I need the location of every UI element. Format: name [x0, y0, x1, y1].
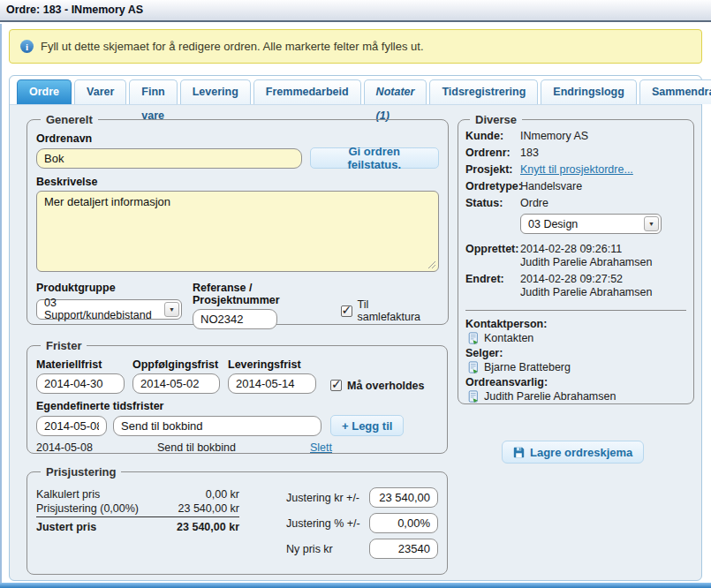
justert-pris-value: 23 540,00 kr [177, 520, 239, 534]
floppy-disk-icon [513, 447, 525, 458]
generelt-section: Generelt Ordrenavn Gi ordren feilstatus.… [26, 113, 449, 325]
referanse-group: Referanse / Prosjektnummer [193, 279, 341, 329]
ordrenr-row: Ordrenr: 183 [465, 147, 686, 160]
pris-table: Kalkulert pris 0,00 kr Prisjustering (0,… [36, 487, 239, 564]
ordreansvarlig-line: Judith Parelie Abrahamsen [467, 390, 686, 403]
materiellfrist-group: Materiellfrist [36, 356, 125, 394]
opprettet-tid: 2014-02-28 09:26:11 [520, 243, 622, 255]
kontaktperson-value[interactable]: Kontakten [484, 332, 533, 344]
prisjustering-section: Prisjustering Kalkulert pris 0,00 kr Pri… [26, 465, 448, 575]
justering-kr-label: Justering kr +/- [286, 492, 369, 504]
endret-label: Endret: [465, 273, 520, 299]
produktgruppe-select[interactable]: 03 Support/kundebistand ▼ [36, 299, 182, 320]
leveringsfrist-label: Leveringsfrist [228, 358, 316, 371]
frister-legend: Frister [41, 339, 87, 352]
chevron-down-icon: ▼ [164, 302, 179, 317]
tab-finn-vare[interactable]: Finn vare [129, 79, 177, 104]
feilstatus-button[interactable]: Gi ordren feilstatus. [310, 147, 439, 169]
frist-row-dato: 2014-05-08 [36, 441, 157, 454]
tab-sammendrag[interactable]: Sammendrag [639, 79, 711, 104]
diverse-legend: Diverse [470, 113, 522, 126]
contact-card-icon [467, 390, 480, 403]
tab-varer[interactable]: Varer [74, 79, 126, 104]
window-title: Ordre: 183 - INmemory AS [0, 0, 711, 22]
frist-row-tekst: Send til bokbind [157, 441, 310, 454]
oppfolgingsfrist-input[interactable] [132, 373, 220, 394]
ny-pris-label: Ny pris kr [286, 543, 369, 555]
kalkulert-pris-value: 0,00 kr [206, 487, 239, 501]
ma-overholdes-label: Må overholdes [347, 380, 425, 392]
kontaktperson-label: Kontaktperson: [465, 318, 686, 330]
tab-fremmedarbeid[interactable]: Fremmedarbeid [253, 79, 361, 104]
prisjustering-legend: Prisjustering [41, 465, 121, 479]
kunde-row: Kunde: INmemory AS [465, 130, 686, 143]
ordretype-row: Ordretype: Handelsvare [465, 180, 686, 193]
materiellfrist-input[interactable] [36, 373, 125, 394]
prosjekt-label: Prosjekt: [465, 163, 520, 177]
ny-frist-tekst-input[interactable] [113, 416, 321, 436]
pris-row-justert: Justert pris 23 540,00 kr [36, 517, 239, 534]
opprettet-row: Opprettet: 2014-02-28 09:26:11 Judith Pa… [465, 243, 686, 269]
info-banner-text: Fyll ut dette skjemaet for å redigere or… [41, 40, 424, 53]
chevron-down-icon: ▼ [644, 216, 659, 231]
ma-overholdes-group: Må overholdes [330, 377, 425, 394]
tab-notater[interactable]: Notater (1) [364, 79, 427, 104]
diverse-section: Diverse Kunde: INmemory AS Ordrenr: 183 … [458, 113, 694, 404]
status-select[interactable]: 03 Design ▼ [520, 214, 662, 234]
slett-link[interactable]: Slett [310, 441, 332, 454]
order-tab-panel: Ordre Varer Finn vare Levering Fremmedar… [9, 75, 702, 581]
pris-row-prisjustering: Prisjustering (0,00%) 23 540,00 kr [36, 501, 239, 517]
tab-endringslogg[interactable]: Endringslogg [541, 79, 637, 104]
tab-levering[interactable]: Levering [180, 79, 251, 104]
window-bottom-border [0, 583, 711, 588]
contact-card-icon [467, 361, 480, 373]
justering-pct-label: Justering % +/- [286, 517, 369, 530]
kontaktperson-line: Kontakten [467, 332, 686, 344]
justert-pris-label: Justert pris [36, 520, 177, 534]
referanse-label: Referanse / Prosjektnummer [193, 282, 341, 306]
beskrivelse-textarea[interactable]: Mer detaljert informasjon [36, 191, 439, 272]
save-order-label: Lagre ordreskjema [530, 446, 632, 459]
endret-tid: 2014-02-28 09:27:52 [520, 273, 623, 285]
endret-av: Judith Parelie Abrahamsen [520, 286, 652, 298]
opprettet-av: Judith Parelie Abrahamsen [520, 256, 652, 268]
generelt-legend: Generelt [41, 113, 98, 126]
produktgruppe-selected: 03 Support/kundebistand [44, 297, 163, 321]
leveringsfrist-group: Leveringsfrist [228, 356, 316, 394]
tab-tidsregistrering[interactable]: Tidsregistrering [429, 79, 538, 104]
justering-pct-input[interactable] [369, 513, 438, 533]
oppfolgingsfrist-group: Oppfølgingsfrist [132, 356, 220, 394]
justering-kr-input[interactable] [369, 487, 438, 508]
frist-row: 2014-05-08 Send til bokbind Slett [36, 441, 438, 454]
selger-value[interactable]: Bjarne Bratteberg [484, 361, 571, 373]
samlefaktura-checkbox[interactable] [341, 305, 352, 317]
opprettet-label: Opprettet: [465, 243, 520, 269]
kunde-value: INmemory AS [520, 130, 686, 143]
prosjekt-row: Prosjekt: Knytt til prosjektordre... [465, 163, 686, 177]
opprettet-value: 2014-02-28 09:26:11 Judith Parelie Abrah… [520, 243, 686, 269]
ny-pris-input[interactable] [369, 539, 438, 559]
diverse-divider [465, 310, 686, 311]
kalkulert-pris-label: Kalkulert pris [36, 487, 206, 501]
referanse-input[interactable] [193, 309, 277, 329]
ordretype-value: Handelsvare [520, 180, 686, 193]
save-order-button[interactable]: Lagre ordreskjema [502, 441, 644, 464]
ma-overholdes-checkbox[interactable] [330, 380, 342, 391]
prisjustering-value: 23 540,00 kr [178, 501, 240, 516]
prosjekt-link[interactable]: Knytt til prosjektordre... [520, 163, 686, 177]
tab-ordre[interactable]: Ordre [17, 79, 72, 104]
frister-section: Frister Materiellfrist Oppfølgingsfrist … [26, 339, 448, 454]
egendefinerte-label: Egendefinerte tidsfrister [36, 400, 438, 412]
selger-label: Selger: [465, 347, 686, 359]
ordreansvarlig-value[interactable]: Judith Parelie Abrahamsen [484, 390, 616, 403]
pris-row-kalkulert: Kalkulert pris 0,00 kr [36, 487, 239, 501]
ordrenavn-input[interactable] [36, 148, 302, 169]
ny-frist-dato-input[interactable] [36, 416, 107, 436]
endret-value: 2014-02-28 09:27:52 Judith Parelie Abrah… [520, 273, 686, 299]
leveringsfrist-input[interactable] [228, 373, 316, 394]
legg-til-button[interactable]: + Legg til [330, 415, 404, 436]
contact-card-icon [467, 332, 480, 344]
window-left-border [0, 24, 2, 583]
prisjustering-label: Prisjustering (0,00%) [36, 501, 178, 516]
info-banner: i Fyll ut dette skjemaet for å redigere … [9, 29, 702, 64]
